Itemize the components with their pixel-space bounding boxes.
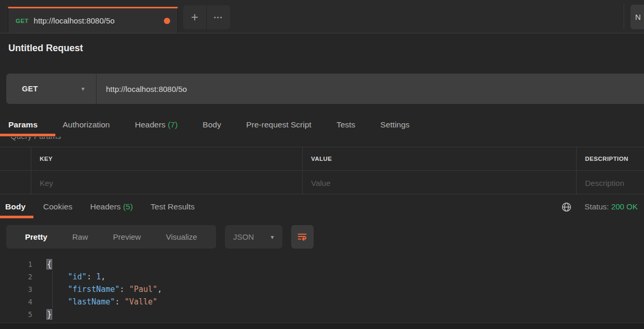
response-tabs: Body Cookies Headers (5) Test Results <box>0 194 644 219</box>
params-table-row: Key Value Description <box>0 171 644 195</box>
format-select-value: JSON <box>233 232 254 241</box>
status-label: Status: <box>585 202 609 211</box>
request-title[interactable]: Untitled Request <box>8 43 83 54</box>
chevron-down-icon: ▾ <box>271 233 274 241</box>
column-header-value: VALUE <box>303 147 577 170</box>
format-select[interactable]: JSON ▾ <box>225 225 282 249</box>
tab-headers[interactable]: Headers (7) <box>135 120 178 130</box>
method-select[interactable]: GET ▾ <box>6 74 97 104</box>
response-tab-headers[interactable]: Headers (5) <box>90 202 133 212</box>
url-input[interactable] <box>97 74 644 104</box>
tab-pre-request-script[interactable]: Pre-request Script <box>246 120 312 130</box>
method-select-value: GET <box>22 85 38 93</box>
response-tab-test-results[interactable]: Test Results <box>151 202 195 212</box>
tab-body[interactable]: Body <box>202 120 221 130</box>
request-tab-active[interactable]: GET http://localhost:8080/5o <box>8 7 178 33</box>
footer-strip <box>0 323 644 329</box>
key-input[interactable]: Key <box>31 171 303 195</box>
wrap-lines-button[interactable] <box>291 225 314 249</box>
unsaved-changes-dot-icon <box>164 18 170 24</box>
params-table: KEY VALUE DESCRIPTION Key Value Descript… <box>0 147 644 194</box>
code-line: 3 "firstName": "Paul", <box>0 283 644 296</box>
view-preview-button[interactable]: Preview <box>113 232 141 241</box>
url-bar: GET ▾ <box>6 74 644 104</box>
response-view-switcher: Pretty Raw Preview Visualize <box>6 225 216 249</box>
active-response-tab-underline <box>0 216 33 218</box>
response-bar: Body Cookies Headers (5) Test Results St… <box>0 194 644 219</box>
chevron-down-icon: ▾ <box>81 85 85 92</box>
headers-count-badge: (7) <box>168 120 177 129</box>
tab-settings[interactable]: Settings <box>380 120 410 130</box>
response-body-code[interactable]: 1 { 2 "id": 1, 3 "firstName": "Paul", 4 … <box>0 255 644 323</box>
network-globe-icon[interactable] <box>561 202 572 213</box>
code-line: 4 "lastName": "Valle" <box>0 296 644 308</box>
code-line: 2 "id": 1, <box>0 271 644 283</box>
tab-title: http://localhost:8080/5o <box>34 16 160 25</box>
column-header-key: KEY <box>31 147 303 170</box>
request-tabs: Params Authorization Headers (7) Body Pr… <box>0 113 644 136</box>
response-toolbar: Pretty Raw Preview Visualize JSON ▾ <box>6 225 314 249</box>
tab-tests[interactable]: Tests <box>337 120 355 130</box>
tab-actions: + ••• <box>183 5 230 29</box>
text-wrap-icon <box>296 231 308 243</box>
view-raw-button[interactable]: Raw <box>73 232 88 241</box>
description-input[interactable]: Description <box>577 171 644 195</box>
params-table-header-row: KEY VALUE DESCRIPTION <box>0 147 644 171</box>
line-number: 3 <box>0 283 32 296</box>
response-tab-body[interactable]: Body <box>5 202 26 212</box>
checkbox-gutter <box>0 171 31 195</box>
line-number: 2 <box>0 271 32 283</box>
new-tab-button[interactable]: + <box>183 5 207 29</box>
view-pretty-button[interactable]: Pretty <box>25 232 47 241</box>
value-input[interactable]: Value <box>303 171 577 195</box>
code-line: 1 { <box>0 258 644 271</box>
response-tab-cookies[interactable]: Cookies <box>43 202 73 212</box>
more-tabs-button[interactable]: ••• <box>207 5 230 29</box>
view-visualize-button[interactable]: Visualize <box>166 232 197 241</box>
status-value[interactable]: 200 OK <box>611 202 638 211</box>
tab-strip: GET http://localhost:8080/5o + ••• N <box>0 0 644 33</box>
response-meta: Status: 200 OK <box>561 194 638 219</box>
line-number: 1 <box>0 258 32 271</box>
active-tab-underline <box>0 134 55 136</box>
tab-params[interactable]: Params <box>8 120 38 130</box>
environment-selector-clipped[interactable]: N <box>630 5 644 29</box>
tab-authorization[interactable]: Authorization <box>63 120 110 130</box>
code-line: 5 } <box>0 308 644 321</box>
checkbox-gutter <box>0 147 31 170</box>
line-number: 5 <box>0 308 32 321</box>
strip-divider <box>624 3 624 30</box>
response-headers-count-badge: (5) <box>123 202 133 211</box>
query-params-label-clipped: Query Params <box>10 137 115 142</box>
line-number: 4 <box>0 296 32 308</box>
tab-method-label: GET <box>16 18 29 24</box>
column-header-description: DESCRIPTION <box>577 147 644 170</box>
